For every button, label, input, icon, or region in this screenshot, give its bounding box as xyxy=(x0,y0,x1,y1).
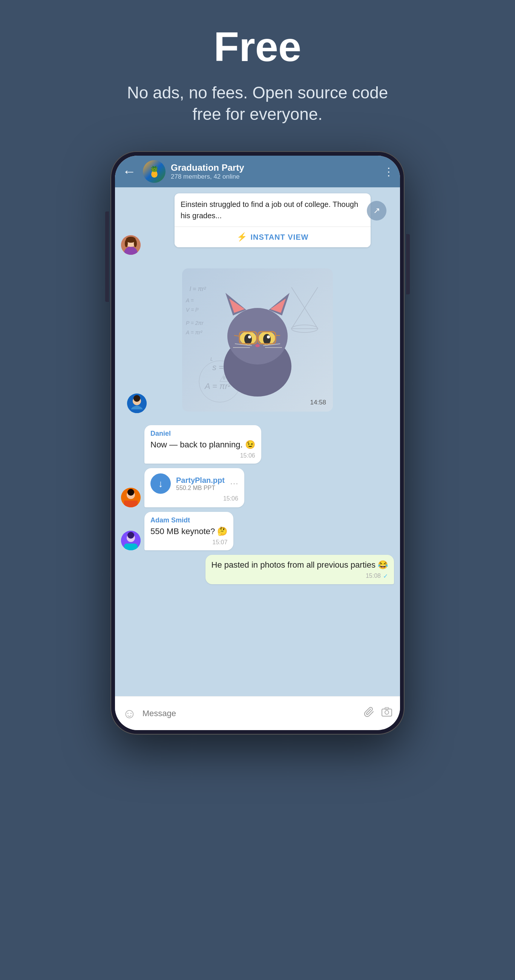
svg-point-33 xyxy=(248,336,251,339)
group-name: Graduation Party xyxy=(171,162,378,173)
svg-point-5 xyxy=(125,240,128,247)
bubble-adam: Adam Smidt 550 MB keynote? 🤔 15:07 xyxy=(144,512,233,550)
camera-button[interactable] xyxy=(381,706,392,720)
page-title: Free xyxy=(214,22,301,70)
sticker-message: l = πr² A = V = l³ P = 2πr A = πr² s = √… xyxy=(121,261,394,419)
chat-header: ← 🍍 Graduation Party 278 members, 42 onl… xyxy=(115,156,400,187)
svg-rect-60 xyxy=(385,708,389,710)
sender-avatar-girl xyxy=(121,235,140,255)
svg-point-59 xyxy=(385,711,389,714)
message-text-adam: 550 MB keynote? 🤔 xyxy=(150,526,227,538)
instant-view-icon: ⚡ xyxy=(237,232,247,242)
message-time-daniel: 15:06 xyxy=(240,452,255,459)
instant-view-label: INSTANT VIEW xyxy=(251,233,309,242)
message-time-adam: 15:07 xyxy=(212,539,227,546)
svg-point-24 xyxy=(227,308,288,364)
message-input[interactable] xyxy=(142,709,358,718)
svg-point-31 xyxy=(244,334,252,345)
group-members: 278 members, 42 online xyxy=(171,173,378,181)
svg-point-52 xyxy=(128,489,134,496)
svg-point-32 xyxy=(263,334,271,345)
article-text: Einstein struggled to find a job out of … xyxy=(175,193,371,226)
outgoing-message-row: He pasted in photos from all previous pa… xyxy=(121,555,394,584)
page-subtitle: No ads, no fees. Open source code free f… xyxy=(116,82,399,125)
sender-avatar-boy2 xyxy=(121,488,140,508)
group-info: Graduation Party 278 members, 42 online xyxy=(171,162,378,181)
outgoing-bubble: He pasted in photos from all previous pa… xyxy=(206,555,394,584)
svg-text:V = l³: V = l³ xyxy=(186,307,198,313)
header-menu-button[interactable]: ⋮ xyxy=(383,165,394,178)
bubble-daniel: Daniel Now — back to planning. 😉 15:06 xyxy=(144,425,261,464)
message-check-icon: ✓ xyxy=(383,573,388,580)
emoji-button[interactable]: ☺ xyxy=(123,706,137,721)
sticker-time: 14:58 xyxy=(310,399,326,406)
group-avatar: 🍍 xyxy=(143,160,166,183)
svg-point-6 xyxy=(134,240,137,247)
phone-screen: ← 🍍 Graduation Party 278 members, 42 onl… xyxy=(115,156,400,730)
instant-view-button[interactable]: ⚡ INSTANT VIEW xyxy=(175,226,371,247)
svg-text:A =: A = xyxy=(185,298,194,304)
svg-text:l = πr²: l = πr² xyxy=(190,286,206,292)
file-time: 15:06 xyxy=(223,495,238,502)
phone-shell: ← 🍍 Graduation Party 278 members, 42 onl… xyxy=(110,151,405,735)
svg-point-40 xyxy=(255,344,260,347)
sender-name-adam: Adam Smidt xyxy=(150,516,227,524)
svg-point-57 xyxy=(128,532,134,539)
sender-avatar-boy1 xyxy=(127,393,147,413)
message-text-daniel: Now — back to planning. 😉 xyxy=(150,439,255,451)
svg-rect-58 xyxy=(382,709,392,716)
svg-rect-56 xyxy=(124,544,138,550)
message-daniel: Daniel Now — back to planning. 😉 15:06 xyxy=(121,425,394,464)
svg-text:P = 2πr: P = 2πr xyxy=(186,320,204,326)
share-button[interactable]: ↗ xyxy=(367,201,386,221)
chat-area: Einstein struggled to find a job out of … xyxy=(115,187,400,696)
file-name: PartyPlan.ppt xyxy=(176,476,225,485)
svg-point-48 xyxy=(134,395,140,402)
outgoing-message-time: 15:08 xyxy=(366,573,381,579)
sender-name-daniel: Daniel xyxy=(150,430,255,438)
svg-rect-53 xyxy=(124,501,138,504)
file-bubble: ↓ PartyPlan.ppt 550.2 MB PPT ⋯ 15:06 xyxy=(144,468,244,508)
svg-text:A = πr²: A = πr² xyxy=(185,329,203,336)
attachment-button[interactable] xyxy=(364,706,375,720)
message-input-bar: ☺ xyxy=(115,696,400,730)
article-message: Einstein struggled to find a job out of … xyxy=(175,193,371,247)
file-menu-button[interactable]: ⋯ xyxy=(230,479,238,488)
file-message-row: ↓ PartyPlan.ppt 550.2 MB PPT ⋯ 15:06 xyxy=(121,468,394,508)
download-button[interactable]: ↓ xyxy=(150,473,171,494)
sender-avatar-boy3 xyxy=(121,531,140,550)
back-button[interactable]: ← xyxy=(121,162,138,181)
svg-point-34 xyxy=(267,336,270,339)
message-adam: Adam Smidt 550 MB keynote? 🤔 15:07 xyxy=(121,512,394,550)
file-size: 550.2 MB PPT xyxy=(176,485,225,492)
outgoing-message-text: He pasted in photos from all previous pa… xyxy=(212,559,388,571)
